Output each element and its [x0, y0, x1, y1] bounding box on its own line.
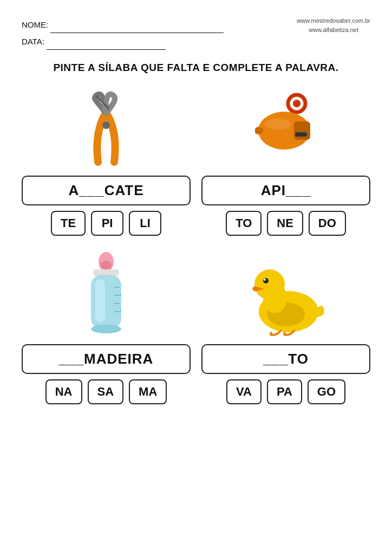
whistle-image — [243, 83, 329, 170]
option-ma[interactable]: MA — [129, 379, 167, 404]
svg-rect-5 — [294, 121, 310, 140]
exercise-pliers: A___CATE TE PI LI — [22, 83, 191, 236]
option-pi[interactable]: PI — [91, 211, 123, 236]
main-instruction: PINTE A SÍLABA QUE FALTA E COMPLETE A PA… — [22, 62, 370, 74]
duck-image — [243, 252, 329, 339]
word-bottle: ___MADEIRA — [22, 344, 191, 374]
word-pliers: A___CATE — [22, 176, 191, 205]
options-bottle: NA SA MA — [22, 379, 191, 404]
svg-rect-9 — [295, 132, 307, 137]
svg-point-23 — [254, 269, 285, 300]
exercise-duck: ___TO VA PA GO — [201, 252, 370, 404]
data-underline — [47, 33, 166, 50]
option-li[interactable]: LI — [129, 211, 161, 236]
bottle-image — [63, 252, 149, 339]
option-pa[interactable]: PA — [267, 379, 302, 404]
option-ne[interactable]: NE — [267, 211, 303, 236]
svg-point-19 — [91, 325, 121, 333]
options-duck: VA PA GO — [201, 379, 370, 404]
svg-rect-14 — [95, 279, 105, 322]
website-info: www.mestredosaber.com.br www.alfabetiza.… — [297, 16, 370, 34]
options-whistle: TO NE DO — [201, 211, 370, 236]
svg-point-25 — [264, 279, 266, 281]
svg-point-24 — [263, 278, 269, 283]
option-do[interactable]: DO — [309, 211, 346, 236]
option-sa[interactable]: SA — [88, 379, 124, 404]
pliers-image — [63, 83, 149, 170]
option-te[interactable]: TE — [51, 211, 86, 236]
data-label: DATA: — [22, 34, 44, 50]
page-header: NOME: DATA: www.mestredosaber.com.br www… — [22, 16, 370, 50]
word-duck: ___TO — [201, 344, 370, 374]
header-fields: NOME: DATA: — [22, 16, 224, 50]
data-field: DATA: — [22, 33, 224, 50]
nome-underline — [50, 16, 224, 33]
svg-point-0 — [102, 121, 110, 129]
option-go[interactable]: GO — [308, 379, 345, 404]
website2: www.alfabetiza.net — [297, 25, 370, 35]
svg-point-11 — [101, 261, 112, 269]
exercises-grid: A___CATE TE PI LI — [22, 83, 370, 404]
options-pliers: TE PI LI — [22, 211, 191, 236]
option-na[interactable]: NA — [45, 379, 82, 404]
svg-point-8 — [264, 119, 291, 130]
nome-field: NOME: — [22, 16, 224, 33]
exercise-whistle: API___ TO NE DO — [201, 83, 370, 236]
option-va[interactable]: VA — [226, 379, 262, 404]
svg-point-3 — [293, 100, 300, 107]
word-whistle: API___ — [201, 176, 370, 205]
website1: www.mestredosaber.com.br — [297, 16, 370, 25]
nome-label: NOME: — [22, 17, 48, 33]
option-to[interactable]: TO — [226, 211, 262, 236]
svg-rect-7 — [255, 127, 263, 134]
exercise-bottle: ___MADEIRA NA SA MA — [22, 252, 191, 404]
